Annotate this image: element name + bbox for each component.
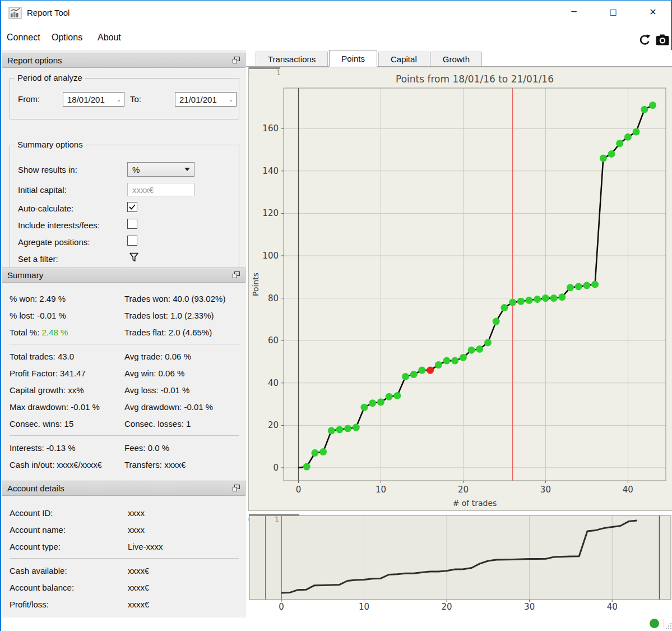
stat-consec-wins: Consec. wins: 15 <box>10 419 124 429</box>
float-panel-icon[interactable] <box>233 483 240 493</box>
stat-interests: Interests: -0.13 % <box>10 443 124 453</box>
account-balance-label: Account balance: <box>10 583 128 592</box>
svg-text:120: 120 <box>262 208 279 218</box>
from-date-picker[interactable]: 18/01/201 ⌄ <box>63 92 124 107</box>
tab-capital[interactable]: Capital <box>378 52 429 66</box>
aggregate-positions-checkbox[interactable] <box>127 236 137 246</box>
show-results-select[interactable]: % <box>127 162 194 177</box>
tab-growth[interactable]: Growth <box>430 52 482 66</box>
from-label: From: <box>18 94 40 104</box>
svg-text:1: 1 <box>275 515 280 524</box>
stat-total-pct-value: 2.48 % <box>42 328 68 337</box>
profit-loss-label: Profit/loss: <box>10 600 128 609</box>
svg-text:0: 0 <box>279 602 284 612</box>
stat-total-trades: Total trades: 43.0 <box>10 352 124 361</box>
summary-body: % won: 2.49 %Trades won: 40.0 (93.02%) %… <box>2 283 247 480</box>
chevron-down-icon: ⌄ <box>114 96 124 103</box>
stat-transfers: Transfers: xxxx€ <box>124 460 239 469</box>
menu-options[interactable]: Options <box>48 29 86 46</box>
points-chart[interactable]: 010203040020406080100120140160Points fro… <box>248 67 672 511</box>
scrollbar-artifact <box>249 67 280 69</box>
initial-capital-value: xxxx€ <box>132 185 154 195</box>
svg-text:160: 160 <box>262 123 279 133</box>
account-type-label: Account type: <box>10 542 128 551</box>
summary-options-group: Summary options Show results in: % Initi… <box>10 145 239 273</box>
svg-text:10: 10 <box>359 602 369 612</box>
panel-header-report-options[interactable]: Report options <box>2 53 245 68</box>
overview-chart[interactable]: 01020304001 <box>248 514 672 615</box>
account-type-value: Live-xxxx <box>128 542 239 551</box>
svg-text:0: 0 <box>248 515 249 524</box>
panel-title: Account details <box>7 483 64 493</box>
stat-cash-in-out: Cash in/out: xxxx€/xxxx€ <box>10 460 124 469</box>
show-results-value: % <box>128 165 184 174</box>
connection-status-indicator <box>650 619 659 628</box>
summary-options-title: Summary options <box>15 140 86 149</box>
svg-text:0: 0 <box>249 68 249 77</box>
float-panel-icon[interactable] <box>233 56 240 65</box>
to-date-picker[interactable]: 21/01/201 ⌄ <box>175 92 237 107</box>
include-interests-label: Include interests/fees: <box>18 220 100 230</box>
app-icon <box>8 6 22 20</box>
svg-text:40: 40 <box>623 485 633 495</box>
menu-connect[interactable]: Connect <box>3 29 44 46</box>
tab-transactions[interactable]: Transactions <box>256 52 328 66</box>
stat-trades-lost: Trades lost: 1.0 (2.33%) <box>124 311 239 320</box>
stat-capital-growth: Capital growth: xx% <box>10 385 124 395</box>
divider <box>10 558 239 559</box>
include-interests-checkbox[interactable] <box>127 219 137 229</box>
panel-header-summary[interactable]: Summary <box>2 268 245 283</box>
title-bar: Report Tool ─ □ ✕ <box>1 1 671 26</box>
aggregate-positions-label: Agregate positions: <box>18 237 90 247</box>
menu-bar: Connect Options About <box>1 26 671 50</box>
account-name-value: xxxx <box>128 525 239 535</box>
svg-text:Points from 18/01/16 to 21/01/: Points from 18/01/16 to 21/01/16 <box>396 73 554 85</box>
svg-text:0: 0 <box>273 463 279 473</box>
stat-total-pct: Total %: 2.48 % <box>10 328 124 337</box>
refresh-icon[interactable] <box>638 33 652 47</box>
svg-text:20: 20 <box>442 602 452 612</box>
dropdown-arrow-icon <box>184 168 190 171</box>
to-date-value: 21/01/201 <box>175 95 226 104</box>
svg-text:140: 140 <box>262 166 279 176</box>
stat-pct-won: % won: 2.49 % <box>10 294 124 303</box>
svg-text:80: 80 <box>268 293 279 303</box>
chevron-down-icon: ⌄ <box>226 96 236 103</box>
svg-text:0: 0 <box>296 485 302 495</box>
float-panel-icon[interactable] <box>233 270 240 280</box>
panel-header-account-details[interactable]: Account details <box>2 481 245 496</box>
close-button[interactable]: ✕ <box>640 1 666 23</box>
account-id-value: xxxx <box>128 508 239 518</box>
stat-fees: Fees: 0.0 % <box>124 443 239 453</box>
svg-text:20: 20 <box>268 420 279 430</box>
stat-avg-loss: Avg loss: -0.01 % <box>124 385 239 395</box>
tab-bar: Transactions Points Capital Growth <box>246 50 672 67</box>
filter-icon[interactable] <box>129 252 139 264</box>
svg-text:30: 30 <box>540 485 551 495</box>
period-group: Period of analyze From: 18/01/201 ⌄ To: … <box>10 78 239 119</box>
profit-loss-value: xxxx€ <box>128 600 239 609</box>
minimize-button[interactable]: ─ <box>561 1 587 23</box>
set-filter-label: Set a filter: <box>18 254 58 264</box>
app-window: Report Tool ─ □ ✕ Connect Options About <box>0 0 672 631</box>
stat-profit-factor: Profit Factor: 341.47 <box>10 369 124 378</box>
panel-title: Report options <box>7 56 62 65</box>
initial-capital-input[interactable]: xxxx€ <box>127 183 194 196</box>
camera-icon[interactable] <box>656 34 670 48</box>
report-options-body: Period of analyze From: 18/01/201 ⌄ To: … <box>2 68 247 266</box>
account-name-label: Account name: <box>10 525 128 535</box>
chart-pane: Transactions Points Capital Growth 01020… <box>246 50 672 618</box>
cash-available-value: xxxx€ <box>128 566 239 575</box>
divider <box>664 619 664 628</box>
tab-points[interactable]: Points <box>329 50 377 67</box>
auto-calculate-checkbox[interactable] <box>127 202 137 212</box>
svg-text:30: 30 <box>524 602 535 612</box>
divider <box>10 344 239 344</box>
scrollbar-artifact <box>249 514 299 516</box>
resize-grip[interactable] <box>666 623 671 629</box>
menu-about[interactable]: About <box>94 29 124 46</box>
svg-text:Points: Points <box>251 273 260 296</box>
stat-trades-won: Trades won: 40.0 (93.02%) <box>124 294 239 303</box>
divider <box>10 435 239 436</box>
maximize-button[interactable]: □ <box>600 1 626 23</box>
